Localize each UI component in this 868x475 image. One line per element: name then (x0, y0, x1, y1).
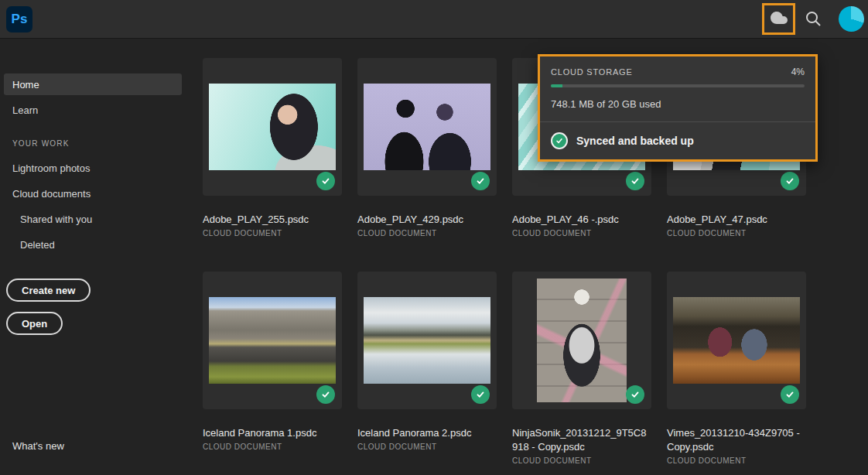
cloud-storage-button[interactable] (762, 3, 795, 35)
document-type-label: CLOUD DOCUMENT (512, 456, 651, 465)
search-button[interactable] (802, 9, 824, 30)
sidebar-item-home[interactable]: Home (4, 73, 182, 95)
document-thumbnail-box (667, 272, 806, 409)
sidebar-item-label: Shared with you (20, 214, 92, 225)
sidebar-item-learn[interactable]: Learn (4, 99, 182, 121)
sidebar-item-label: Lightroom photos (12, 162, 90, 174)
document-thumbnail (673, 297, 800, 384)
storage-progress-bar (551, 84, 805, 87)
document-title: Iceland Panorama 2.psdc (357, 426, 497, 440)
cloud-storage-percent: 4% (791, 67, 805, 77)
document-card[interactable]: Adobe_PLAY_429.psdc CLOUD DOCUMENT (357, 58, 497, 238)
document-type-label: CLOUD DOCUMENT (512, 229, 651, 238)
search-icon (804, 19, 822, 30)
synced-check-icon (316, 172, 335, 190)
cloud-storage-popup: CLOUD STORAGE 4% 748.1 MB of 20 GB used … (538, 54, 818, 162)
document-title: Iceland Panorama 1.psdc (203, 426, 342, 440)
document-type-label: CLOUD DOCUMENT (667, 229, 806, 238)
sidebar-item-label: Deleted (20, 239, 55, 251)
synced-check-icon (471, 385, 490, 404)
document-type-label: CLOUD DOCUMENT (667, 456, 806, 465)
document-card[interactable]: Iceland Panorama 1.psdc CLOUD DOCUMENT (203, 272, 342, 465)
document-title: Adobe_PLAY_429.psdc (357, 213, 497, 227)
sidebar-item-deleted[interactable]: Deleted (4, 234, 182, 255)
synced-check-icon (626, 385, 644, 404)
document-title: Vimes_20131210-434Z9705 - Copy.psdc (667, 426, 806, 454)
sidebar-item-label: Home (12, 79, 39, 91)
cloud-icon (770, 9, 788, 29)
storage-progress-fill (551, 84, 562, 87)
sync-check-icon (551, 132, 568, 149)
document-type-label: CLOUD DOCUMENT (357, 443, 497, 451)
open-button[interactable]: Open (6, 312, 63, 335)
document-card[interactable]: Iceland Panorama 2.psdc CLOUD DOCUMENT (357, 272, 497, 465)
document-thumbnail (364, 84, 490, 170)
sync-status-row: Synced and backed up (540, 121, 815, 159)
sidebar-item-lightroom-photos[interactable]: Lightroom photos (4, 157, 182, 179)
sidebar-nav-work: Lightroom photos Cloud documents Shared … (0, 157, 186, 255)
cloud-storage-usage-section: CLOUD STORAGE 4% 748.1 MB of 20 GB used (540, 56, 815, 121)
photoshop-logo: Ps (6, 6, 32, 32)
sidebar-nav-top: Home Learn (0, 73, 186, 121)
create-new-button[interactable]: Create new (6, 279, 91, 302)
document-card[interactable]: Vimes_20131210-434Z9705 - Copy.psdc CLOU… (667, 272, 806, 465)
synced-check-icon (471, 172, 490, 190)
document-thumbnail (209, 297, 336, 384)
document-thumbnail (537, 279, 627, 402)
synced-check-icon (781, 172, 799, 190)
document-thumbnail-box (357, 58, 497, 196)
whats-new-link[interactable]: What's new (12, 440, 64, 452)
document-title: Adobe_PLAY_47.psdc (667, 213, 806, 227)
document-title: NinjaSonik_20131212_9T5C8918 - Copy.psdc (512, 426, 651, 454)
synced-check-icon (316, 385, 335, 404)
sidebar-item-label: Learn (12, 104, 38, 116)
sidebar: Home Learn YOUR WORK Lightroom photos Cl… (0, 39, 186, 475)
document-type-label: CLOUD DOCUMENT (203, 443, 342, 451)
document-title: Adobe_PLAY_255.psdc (203, 213, 342, 227)
document-type-label: CLOUD DOCUMENT (203, 229, 342, 238)
document-thumbnail-box (203, 272, 342, 409)
cloud-storage-title: CLOUD STORAGE (551, 67, 633, 77)
document-type-label: CLOUD DOCUMENT (357, 229, 497, 238)
storage-usage-text: 748.1 MB of 20 GB used (551, 98, 805, 110)
document-thumbnail (364, 297, 490, 384)
document-thumbnail-box (357, 272, 497, 409)
topbar: Ps (0, 0, 868, 39)
document-card[interactable]: Adobe_PLAY_255.psdc CLOUD DOCUMENT (203, 58, 342, 238)
sidebar-item-label: Cloud documents (12, 188, 91, 200)
synced-check-icon (626, 172, 644, 190)
document-card[interactable]: NinjaSonik_20131212_9T5C8918 - Copy.psdc… (512, 272, 651, 465)
sidebar-section-your-work: YOUR WORK (12, 139, 186, 148)
document-thumbnail-box (512, 272, 651, 409)
document-title: Adobe_PLAY_46 -.psdc (512, 213, 651, 227)
sync-status-text: Synced and backed up (576, 135, 694, 147)
document-thumbnail-box (203, 58, 342, 196)
user-avatar[interactable] (839, 6, 864, 32)
document-thumbnail (209, 84, 336, 170)
sidebar-item-shared-with-you[interactable]: Shared with you (4, 208, 182, 230)
sidebar-item-cloud-documents[interactable]: Cloud documents (4, 183, 182, 204)
synced-check-icon (781, 385, 799, 404)
